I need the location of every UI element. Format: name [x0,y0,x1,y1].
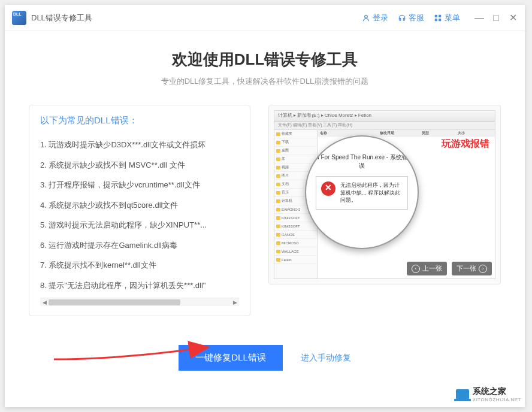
watermark-text: 系统之家 [473,386,521,397]
window-controls: — □ ✕ [474,13,518,23]
sb-item: 桌面 [274,147,317,155]
page-subtitle: 专业的DLL修复工具，快速解决各种软件DLL崩溃报错的问题 [161,76,369,87]
errors-title: 以下为常见的DLL错误： [40,115,239,126]
svg-rect-1 [435,14,437,17]
action-row: 一键修复DLL错误 进入手动修复 [179,345,351,371]
preview-explorer-path: 计算机 ▸ 新加卷(E:) ▸ Chloe Moretz ▸ Fetion [274,111,495,122]
chevron-right-icon: › [479,265,487,273]
sb-item: WALLACE [274,247,317,256]
sb-item: 库 [274,155,317,163]
error-dialog-box: 无法启动此程序，因为计算机中缺... 程序以解决此问题。 [316,176,408,210]
preview-red-label: 玩游戏报错 [442,138,489,150]
headset-icon [398,14,406,22]
titlebar: DLL错误专修工具 登录 客服 菜单 — □ ✕ [5,5,525,31]
error-item: 3. 打开程序报错，提示缺少vcruntime**.dll文件 [40,175,239,195]
sb-item: GANGS [274,231,317,239]
error-item: 8. 提示"无法启动此程序，因为计算机丢失***.dll" [40,275,239,296]
login-label: 登录 [373,13,388,23]
prev-label: 上一张 [422,264,442,273]
preview-explorer-toolbar: 文件(F) 编辑(E) 查看(V) 工具(T) 帮助(H) [274,122,495,130]
menu-link[interactable]: 菜单 [434,13,460,23]
titlebar-left: DLL错误专修工具 [12,11,92,25]
scroll-left-icon[interactable]: ◀ [40,298,49,307]
fix-dll-button[interactable]: 一键修复DLL错误 [179,345,283,371]
user-icon [362,14,370,22]
common-errors-panel: 以下为常见的DLL错误： 1. 玩游戏时提示缺少D3DX***.dll文件或文件… [29,105,250,316]
next-image-button[interactable]: 下一张 › [452,262,492,275]
error-item: 6. 运行游戏时提示存在Gamelink.dll病毒 [40,235,239,256]
error-item: 4. 系统提示缺少或找不到qt5core.dll文件 [40,195,239,216]
preview-nav-buttons: ‹ 上一张 下一张 › [407,262,492,275]
magnifier-overlay: d For Speed The Run.exe - 系统错误 无法启动此程序，因… [305,135,419,249]
error-icon [321,181,335,196]
error-item: 2. 系统提示缺少或找不到 MSVC**.dll 文件 [40,155,239,175]
house-icon [456,389,469,400]
error-dialog-text: 无法启动此程序，因为计算机中缺... 程序以解决此问题。 [340,181,403,204]
app-icon [12,11,26,25]
watermark-subtext: XITONGZHIJIA.NET [473,397,521,402]
sb-item: Fetion [274,256,317,264]
titlebar-right: 登录 客服 菜单 — □ ✕ [362,13,518,23]
svg-point-0 [365,15,368,18]
error-item: 5. 游戏时提示无法启动此程序，缺少XINPUT**... [40,215,239,235]
next-label: 下一张 [457,264,476,273]
page-title: 欢迎使用DLL错误专修工具 [172,49,358,70]
body-row: 以下为常见的DLL错误： 1. 玩游戏时提示缺少D3DX***.dll文件或文件… [29,105,501,316]
minimize-button[interactable]: — [474,13,484,23]
manual-fix-link[interactable]: 进入手动修复 [301,353,351,363]
prev-image-button[interactable]: ‹ 上一张 [407,262,447,275]
maximize-button[interactable]: □ [491,13,501,23]
sb-item: 收藏夹 [274,130,317,138]
sb-item: MICROSO [274,239,317,247]
content-area: 欢迎使用DLL错误专修工具 专业的DLL修复工具，快速解决各种软件DLL崩溃报错… [5,31,525,407]
svg-rect-3 [435,19,437,21]
menu-label: 菜单 [445,13,460,23]
app-title: DLL错误专修工具 [31,13,92,23]
chevron-left-icon: ‹ [412,265,420,273]
login-link[interactable]: 登录 [362,13,388,23]
grid-icon [434,14,442,22]
screenshot-preview-panel: 计算机 ▸ 新加卷(E:) ▸ Chloe Moretz ▸ Fetion 文件… [268,105,501,284]
close-button[interactable]: ✕ [508,13,518,23]
sb-item: 下载 [274,138,317,147]
error-item: 7. 系统提示找不到kernel**.dll文件 [40,255,239,275]
svg-rect-4 [439,19,441,21]
svg-rect-2 [439,14,441,17]
horizontal-scrollbar[interactable]: ◀ ▶ [40,298,239,306]
support-link[interactable]: 客服 [398,13,424,23]
support-label: 客服 [409,13,424,23]
app-window: DLL错误专修工具 登录 客服 菜单 — □ ✕ 欢迎使用DLL错误专修工具 [5,5,525,407]
scroll-right-icon[interactable]: ▶ [231,298,239,307]
watermark: 系统之家 XITONGZHIJIA.NET [456,386,521,402]
error-item: 1. 玩游戏时提示缺少D3DX***.dll文件或文件损坏 [40,135,239,155]
errors-list: 1. 玩游戏时提示缺少D3DX***.dll文件或文件损坏 2. 系统提示缺少或… [40,135,239,295]
scroll-thumb[interactable] [49,299,180,305]
sb-item: KINGSOFT [274,222,317,231]
